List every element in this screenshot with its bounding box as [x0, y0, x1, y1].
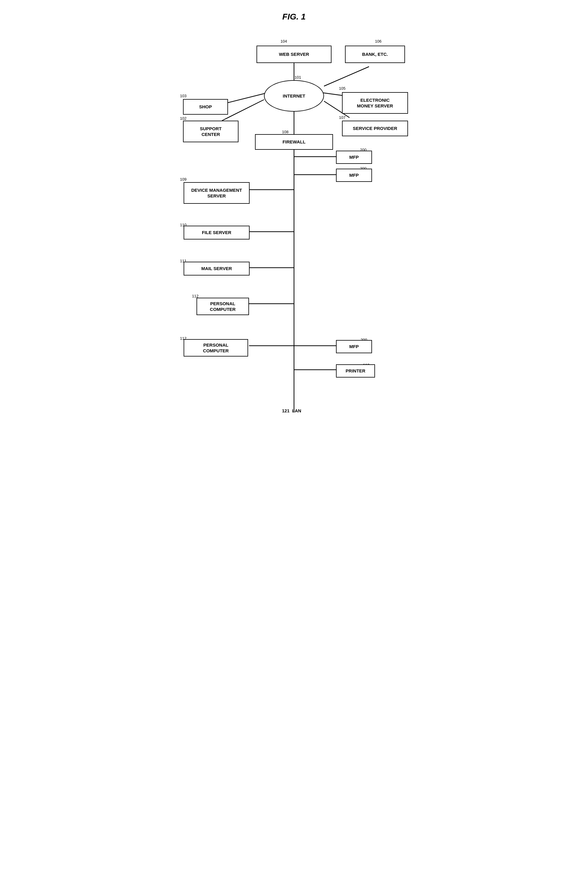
- support-center-box: SUPPORT CENTER: [183, 121, 238, 142]
- device-mgmt-box: DEVICE MANAGEMENT SERVER: [184, 182, 250, 204]
- lan-label: 121 LAN: [282, 408, 301, 413]
- label-106: 106: [375, 39, 382, 44]
- label-101: 101: [295, 75, 301, 80]
- printer-box: PRINTER: [336, 364, 375, 377]
- label-108: 108: [282, 130, 289, 134]
- pc1-box: PERSONAL COMPUTER: [196, 298, 249, 315]
- label-109: 109: [180, 177, 187, 182]
- mfp2-box: MFP: [336, 169, 372, 182]
- mfp3-box: MFP: [336, 340, 372, 353]
- svg-line-4: [324, 67, 369, 86]
- diagram: 104 WEB SERVER 106 BANK, ETC. 103 SHOP 1…: [165, 28, 423, 433]
- service-provider-box: SERVICE PROVIDER: [342, 121, 408, 136]
- svg-line-1: [228, 92, 270, 103]
- label-107: 107: [339, 115, 346, 120]
- internet-ellipse: INTERNET: [264, 80, 324, 112]
- pc2-box: PERSONAL COMPUTER: [184, 339, 248, 356]
- file-server-box: FILE SERVER: [184, 226, 250, 239]
- figure-title: FIG. 1: [165, 12, 423, 22]
- shop-box: SHOP: [183, 99, 228, 115]
- electronic-money-box: ELECTRONIC MONEY SERVER: [342, 92, 408, 114]
- mfp1-box: MFP: [336, 151, 372, 164]
- label-102: 102: [180, 116, 187, 121]
- label-104: 104: [280, 39, 287, 44]
- label-103: 103: [180, 94, 187, 98]
- web-server-box: WEB SERVER: [256, 46, 332, 63]
- page: FIG. 1: [147, 0, 441, 445]
- bank-box: BANK, ETC.: [345, 46, 405, 63]
- mail-server-box: MAIL SERVER: [184, 262, 250, 275]
- label-105: 105: [339, 86, 346, 91]
- firewall-box: FIREWALL: [255, 134, 333, 150]
